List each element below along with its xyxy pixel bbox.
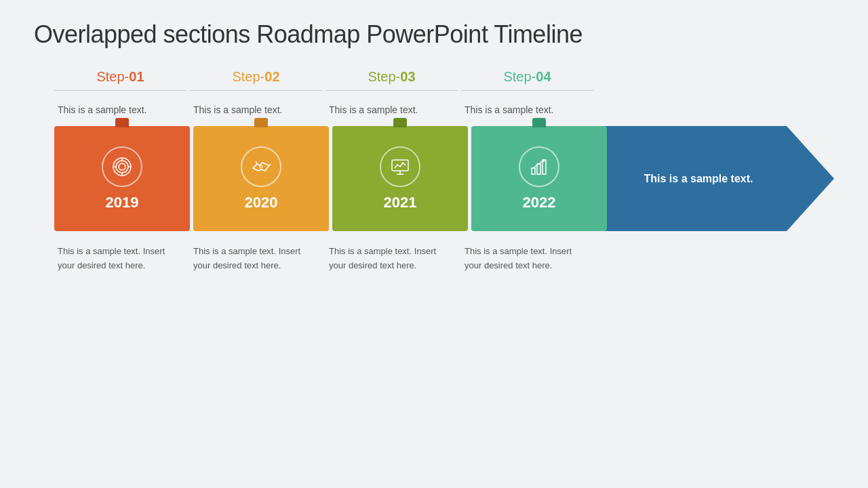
handshake-icon	[250, 156, 272, 178]
block-2019: 2019	[54, 126, 190, 231]
bottom-text-row: This is a sample text. Insert your desir…	[54, 241, 651, 277]
top-text-3: This is a sample text.	[326, 98, 458, 123]
bottom-text-1: This is a sample text. Insert your desir…	[54, 241, 186, 277]
year-2022: 2022	[523, 194, 556, 211]
svg-rect-12	[537, 164, 540, 174]
step-label-2: Step-02	[190, 69, 322, 91]
monitor-icon-container	[380, 146, 420, 187]
svg-point-7	[260, 165, 262, 168]
step-number-2: 02	[264, 69, 279, 84]
timeline-wrapper: Step-01 Step-02 Step-03 Step-04 This is …	[34, 69, 834, 277]
step-prefix-2: Step-	[232, 69, 264, 84]
step-prefix-1: Step-	[96, 69, 129, 84]
arrow-section: 2019 2020	[34, 126, 834, 231]
arrow-text: This is a sample text.	[644, 171, 753, 187]
svg-rect-8	[392, 160, 408, 171]
monitor-icon	[389, 156, 411, 178]
target-icon-container	[102, 146, 142, 187]
slide-title: Overlapped sections Roadmap PowerPoint T…	[34, 20, 834, 49]
svg-rect-13	[542, 160, 546, 174]
top-text-4: This is a sample text.	[461, 98, 593, 123]
chart-icon-container	[519, 146, 559, 187]
handshake-icon-container	[241, 146, 281, 187]
year-2019: 2019	[106, 194, 139, 211]
svg-rect-11	[532, 168, 535, 174]
bottom-text-4: This is a sample text. Insert your desir…	[461, 241, 593, 277]
step-prefix-4: Step-	[503, 69, 536, 84]
step-number-1: 01	[129, 69, 144, 84]
block-2020: 2020	[193, 126, 329, 231]
step-label-1: Step-01	[54, 69, 186, 91]
slide: Overlapped sections Roadmap PowerPoint T…	[0, 0, 868, 488]
arrow-right: This is a sample text.	[597, 126, 834, 231]
steps-row: Step-01 Step-02 Step-03 Step-04	[54, 69, 651, 91]
block-2021: 2021	[332, 126, 468, 231]
chart-icon	[528, 156, 550, 178]
bottom-text-3: This is a sample text. Insert your desir…	[326, 241, 458, 277]
svg-point-2	[119, 163, 125, 170]
step-label-4: Step-04	[461, 69, 593, 91]
svg-point-1	[116, 161, 128, 173]
top-text-row: This is a sample text. This is a sample …	[54, 98, 651, 123]
year-2021: 2021	[384, 194, 417, 211]
step-prefix-3: Step-	[368, 69, 400, 84]
bottom-text-2: This is a sample text. Insert your desir…	[190, 241, 322, 277]
step-label-3: Step-03	[326, 69, 458, 91]
year-2020: 2020	[245, 194, 278, 211]
block-2022: 2022	[471, 126, 607, 231]
blocks-row: 2019 2020	[54, 126, 610, 231]
arrow-shape: This is a sample text.	[597, 126, 834, 231]
step-number-3: 03	[400, 69, 415, 84]
target-icon	[111, 156, 133, 178]
step-number-4: 04	[536, 69, 551, 84]
